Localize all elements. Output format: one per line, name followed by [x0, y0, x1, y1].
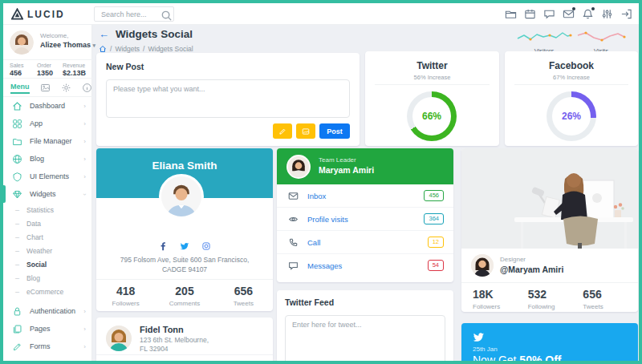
- search-icon[interactable]: [160, 10, 169, 18]
- sidebar-item-authentication[interactable]: Authentication›: [3, 302, 92, 320]
- sidebar-item-blog[interactable]: Blog›: [3, 150, 92, 168]
- folder-icon: [12, 136, 22, 147]
- sidebar-subitem-weather[interactable]: –Weather: [3, 244, 92, 257]
- sidebar-subitem-statistics[interactable]: –Statistics: [3, 203, 92, 216]
- profile-visits-badge: 364: [424, 213, 444, 224]
- team-leader-name: Maryam Amiri: [319, 165, 374, 175]
- team-leader-card: Team Leader Maryam Amiri Inbox 456 Profi…: [277, 148, 453, 282]
- chat-icon[interactable]: [543, 8, 555, 20]
- folder-icon[interactable]: [505, 8, 517, 20]
- fidel-address: 123 6th St. Melbourne, FL 32904: [140, 336, 209, 354]
- bell-notification-dot: [591, 7, 595, 10]
- sidebar-subitem-data[interactable]: –Data: [3, 216, 92, 230]
- team-leader-avatar: [286, 155, 311, 179]
- sidebar-subitem-chart[interactable]: –Chart: [3, 230, 92, 244]
- calendar-icon[interactable]: [524, 8, 536, 20]
- breadcrumb: / Widgets / Widgets Social: [99, 45, 193, 53]
- twitter-feed-title: Twitter Feed: [285, 297, 334, 307]
- promo-text: Now Get 50% Off: [473, 354, 561, 364]
- designer-role: Designer: [500, 256, 526, 263]
- breadcrumb-widgets[interactable]: Widgets: [115, 45, 140, 53]
- sidebar-item-app[interactable]: App›: [3, 115, 92, 132]
- profile-address: 795 Folsom Ave, Suite 600 San Francisco,…: [104, 255, 265, 274]
- mail-notification-dot: [572, 7, 575, 10]
- tweet-textarea[interactable]: [285, 315, 445, 364]
- chevron-down-icon: ›: [81, 193, 88, 196]
- facebook-donut-chart: 26%: [547, 91, 596, 141]
- messages-link[interactable]: Messages: [307, 261, 342, 270]
- lock-icon: [12, 306, 22, 317]
- followers-stat: 18KFollowers: [473, 288, 528, 310]
- designer-card: Designer @Maryam Amiri 18KFollowers 532F…: [461, 148, 638, 312]
- sidebar-item-ui-elements[interactable]: UI Elements›: [3, 168, 92, 185]
- logo-triangle-icon: [11, 8, 23, 20]
- image-tab-icon[interactable]: [40, 83, 51, 93]
- designer-handle: @Maryam Amiri: [500, 265, 563, 274]
- twitter-icon[interactable]: [180, 241, 189, 251]
- active-indicator: [3, 185, 6, 203]
- divider: [375, 84, 490, 85]
- twitter-stat-card: Twitter 56% Increase 66%: [365, 51, 499, 146]
- sidebar-stats: Sales456 Order1350 Revenue$2.13B: [3, 61, 92, 79]
- breadcrumb-current: Widgets Social: [148, 45, 193, 53]
- call-link[interactable]: Call: [307, 238, 320, 247]
- sidebar-item-dashboard[interactable]: Dashboard›: [3, 97, 92, 115]
- chevron-right-icon: ›: [83, 173, 86, 180]
- topbar-icons: [505, 3, 632, 25]
- sidebar-item-forms[interactable]: Forms›: [3, 338, 92, 355]
- dash-icon: –: [15, 274, 19, 282]
- sidebar-subitem-social[interactable]: –Social: [3, 257, 92, 271]
- profile-visits-row: Profile visits 364: [277, 208, 453, 231]
- info-tab-icon[interactable]: [82, 83, 92, 93]
- bell-icon[interactable]: [582, 8, 594, 20]
- facebook-icon[interactable]: [158, 241, 168, 251]
- search-input[interactable]: [95, 10, 160, 18]
- user-avatar[interactable]: [10, 30, 34, 55]
- call-row: Call 12: [277, 231, 453, 254]
- inbox-link[interactable]: Inbox: [307, 192, 326, 200]
- chevron-right-icon: ›: [83, 326, 86, 333]
- facebook-stat-card: Facebook 67% Increase 26%: [505, 51, 638, 146]
- home-icon: [12, 101, 22, 111]
- profile-social-links: [96, 241, 273, 251]
- mail-icon[interactable]: [563, 8, 575, 20]
- sliders-icon[interactable]: [601, 8, 613, 20]
- pencil-icon: [12, 342, 22, 352]
- inbox-badge: 456: [424, 190, 444, 201]
- new-post-textarea[interactable]: [106, 79, 350, 118]
- instagram-icon[interactable]: [201, 241, 211, 251]
- profile-name: Eliana Smith: [96, 160, 273, 172]
- sidebar-subitem-ecommerce[interactable]: –eCommerce: [3, 285, 92, 298]
- sidebar-item-pages[interactable]: Pages›: [3, 320, 92, 338]
- sidebar-user-panel: Welcome, Alizee Thomas ▾: [3, 25, 92, 60]
- sidebar-subitem-blog[interactable]: –Blog: [3, 271, 92, 285]
- edit-button[interactable]: [273, 123, 292, 139]
- profile-stats: 418Followers 205Comments 656Tweets: [96, 285, 273, 307]
- twitter-title: Twitter: [365, 60, 499, 71]
- profile-visits-link[interactable]: Profile visits: [307, 215, 348, 224]
- grid-icon: [12, 119, 22, 129]
- home-icon[interactable]: [99, 45, 107, 53]
- tab-menu[interactable]: Menu: [10, 83, 30, 94]
- post-button[interactable]: Post: [319, 123, 350, 139]
- sidebar-item-file-manager[interactable]: File Manager›: [3, 132, 92, 150]
- twitter-feed-card: Twitter Feed: [277, 290, 453, 364]
- logo: LUCID: [11, 3, 65, 25]
- designer-avatar: [471, 254, 494, 277]
- sidebar-item-widgets[interactable]: Widgets›: [3, 185, 92, 203]
- user-name-dropdown[interactable]: Alizee Thomas ▾: [40, 41, 95, 49]
- chevron-right-icon: ›: [83, 156, 86, 163]
- following-stat: 532Following: [528, 288, 583, 310]
- new-post-title: New Post: [106, 62, 144, 71]
- inbox-row: Inbox 456: [277, 184, 453, 208]
- tweets-stat: 656Tweets: [583, 288, 638, 310]
- messages-row: Messages 54: [277, 254, 453, 277]
- image-button[interactable]: [296, 123, 315, 139]
- logout-icon[interactable]: [620, 8, 632, 20]
- eye-icon: [288, 214, 299, 224]
- gear-tab-icon[interactable]: [61, 83, 71, 93]
- messages-badge: 54: [428, 260, 444, 271]
- back-arrow-icon[interactable]: ←: [99, 28, 109, 40]
- dash-icon: –: [15, 247, 19, 255]
- dash-icon: –: [15, 220, 19, 228]
